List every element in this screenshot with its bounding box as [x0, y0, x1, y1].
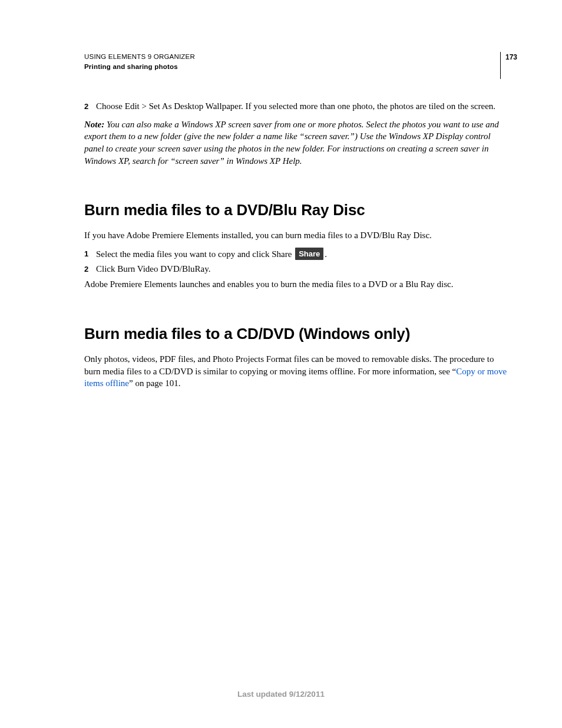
paragraph: Only photos, videos, PDF files, and Phot…: [84, 353, 510, 390]
paragraph: Adobe Premiere Elements launches and ena…: [84, 278, 510, 291]
step-text: Choose Edit > Set As Desktop Wallpaper. …: [96, 100, 510, 113]
header-titles: USING ELEMENTS 9 ORGANIZER Printing and …: [84, 52, 500, 73]
paragraph: If you have Adobe Premiere Elements inst…: [84, 229, 510, 242]
note-label: Note:: [84, 120, 107, 129]
share-button-icon: Share: [295, 248, 323, 260]
step-number: 2: [84, 100, 96, 113]
page-number: 173: [500, 52, 517, 79]
chapter-title: Printing and sharing photos: [84, 62, 500, 72]
footer-updated: Last updated 9/12/2011: [0, 690, 562, 699]
step-text-post: .: [325, 249, 327, 259]
section-heading: Burn media files to a CD/DVD (Windows on…: [84, 324, 510, 345]
step-text: Click Burn Video DVD/BluRay.: [96, 263, 510, 275]
note-block: Note: You can also make a Windows XP scr…: [84, 118, 510, 167]
note-text: You can also make a Windows XP screen sa…: [84, 120, 499, 166]
section-heading: Burn media files to a DVD/Blu Ray Disc: [84, 200, 510, 221]
paragraph-text-pre: Only photos, videos, PDF files, and Phot…: [84, 354, 494, 376]
step-text-pre: Select the media files you want to copy …: [96, 249, 294, 259]
page-header: USING ELEMENTS 9 ORGANIZER Printing and …: [84, 52, 510, 79]
step-item: 2 Click Burn Video DVD/BluRay.: [84, 263, 510, 275]
step-item: 2 Choose Edit > Set As Desktop Wallpaper…: [84, 100, 510, 113]
step-number: 2: [84, 263, 96, 275]
step-item: 1 Select the media files you want to cop…: [84, 248, 510, 261]
paragraph-text-post: ” on page 101.: [129, 378, 180, 388]
step-text: Select the media files you want to copy …: [96, 248, 510, 261]
step-number: 1: [84, 248, 96, 261]
doc-title: USING ELEMENTS 9 ORGANIZER: [84, 52, 500, 62]
